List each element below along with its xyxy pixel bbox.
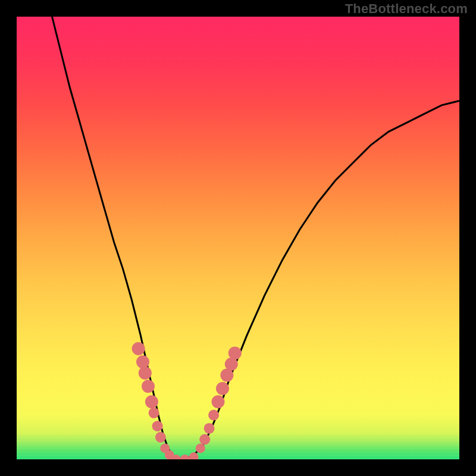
chart-svg xyxy=(17,17,459,459)
curve-marker xyxy=(216,382,229,395)
bottleneck-curve xyxy=(52,17,460,459)
curve-marker xyxy=(155,432,166,443)
curve-marker xyxy=(189,452,199,459)
curve-marker xyxy=(204,423,215,434)
curve-marker xyxy=(212,395,225,408)
curve-marker xyxy=(225,358,238,371)
curve-marker xyxy=(149,408,159,418)
plot-area xyxy=(17,17,459,459)
curve-marker xyxy=(145,395,158,408)
marker-group xyxy=(132,342,242,459)
curve-marker xyxy=(142,380,155,393)
curve-marker xyxy=(136,355,149,368)
curve-marker xyxy=(196,443,205,453)
curve-marker xyxy=(208,410,219,421)
curve-marker xyxy=(228,346,242,359)
chart-frame: TheBottleneck.com xyxy=(0,0,476,476)
curve-marker xyxy=(152,421,163,431)
curve-marker xyxy=(132,342,145,355)
curve-marker xyxy=(180,455,190,459)
curve-marker xyxy=(139,367,152,380)
curve-marker xyxy=(199,434,210,445)
watermark-text: TheBottleneck.com xyxy=(345,1,468,17)
